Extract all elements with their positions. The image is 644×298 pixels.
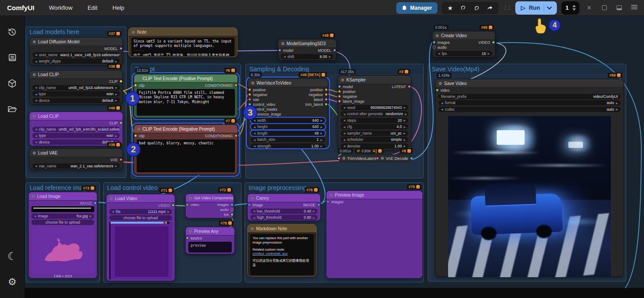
collapse-dot[interactable] <box>137 77 140 80</box>
collapse-dot[interactable] <box>32 195 35 198</box>
audio-output-port[interactable] <box>230 208 234 211</box>
collapse-dot[interactable] <box>251 197 254 200</box>
hook-icon-2[interactable] <box>471 3 483 13</box>
audio-input-port[interactable] <box>433 46 436 49</box>
node-wan-vace-to-video[interactable]: 6.30s #49 [BETA] WanVaceToVideo positive… <box>248 78 328 147</box>
collapse-dot[interactable] <box>33 151 36 155</box>
widget-unet-name[interactable]: unet_namewan2.1_vace_14B_fp16.safetensor… <box>32 52 120 58</box>
video-output-port[interactable] <box>492 41 495 44</box>
star-icon[interactable]: ★ <box>445 3 456 13</box>
widget-filename-prefix[interactable]: filename_prefixvideo/ComfyUI <box>438 94 621 99</box>
node-create-video[interactable]: 0.001s #68 Create Video imagesVIDEO audi… <box>432 31 495 58</box>
share-icon[interactable] <box>484 3 496 13</box>
positive-output-port[interactable] <box>325 88 328 91</box>
image-output-port[interactable] <box>410 157 413 160</box>
widget-format[interactable]: formatauto <box>438 100 621 105</box>
images-input-port[interactable] <box>433 41 436 44</box>
node-get-video-components[interactable]: #72 Get Video Components videoimages aud… <box>185 194 234 218</box>
widget-scheduler[interactable]: schedulersimple <box>341 137 408 142</box>
model-input-port[interactable] <box>278 49 281 52</box>
conditioning-output-port[interactable] <box>234 134 238 137</box>
widget-steps[interactable]: steps20 <box>341 118 408 123</box>
collapse-dot[interactable] <box>251 81 254 85</box>
model-library-icon[interactable] <box>4 74 21 93</box>
collapse-dot[interactable] <box>330 194 333 197</box>
node-load-image[interactable]: #73 Load Image IMAGE imagefox.jpg choose… <box>28 192 97 279</box>
node-load-clip[interactable]: #38 Load CLIP CLIP clip_nameumt5_xxl_fp1… <box>29 70 123 104</box>
run-dropdown-chevron-icon[interactable] <box>547 4 552 9</box>
negative-output-port[interactable] <box>325 93 328 96</box>
widget-control-after-generate[interactable]: control after generaterandomize <box>341 111 408 116</box>
menu-help[interactable]: Help <box>105 0 132 16</box>
collapse-dot[interactable] <box>132 31 135 34</box>
menu-edit[interactable]: Edit <box>80 0 105 16</box>
choose-file-button[interactable]: choose file to upload <box>31 220 94 225</box>
comfyui-logo[interactable]: ComfyUI <box>0 4 42 12</box>
collapse-dot[interactable] <box>33 115 36 118</box>
bottom-panel-icon[interactable] <box>614 4 625 12</box>
choose-file-button[interactable]: choose file to upload <box>109 215 172 221</box>
positive-input-port[interactable] <box>248 88 251 91</box>
model-input-port[interactable] <box>338 85 341 88</box>
clip-output-port[interactable] <box>119 121 123 124</box>
workflows-folder-icon[interactable] <box>4 99 21 119</box>
collapse-dot[interactable] <box>381 157 384 160</box>
widget-length[interactable]: length49 <box>251 131 325 136</box>
workflow-history-icon[interactable] <box>4 22 21 42</box>
source-input-port[interactable] <box>186 236 189 240</box>
widget-low-threshold[interactable]: low_threshold0.40 <box>250 209 318 214</box>
group-title[interactable]: Sampling & Decoding <box>246 64 423 74</box>
node-library-icon[interactable] <box>4 48 21 67</box>
node-vae-decode[interactable]: 3.93s #8 VAE Decode <box>377 155 412 162</box>
queue-increment-icon[interactable] <box>572 5 576 7</box>
collapse-dot[interactable] <box>439 82 442 85</box>
node-save-video[interactable]: 1.428s #69 Save Video video filename_pre… <box>435 79 624 277</box>
widget-vae-name[interactable]: vae_namewan_2.1_vae.safetensors <box>32 163 120 169</box>
image-input-port[interactable] <box>248 203 251 206</box>
widget-batch-size[interactable]: batch_size1 <box>251 137 325 142</box>
widget-strength[interactable]: strength1.00 <box>251 143 325 149</box>
hook-icon-1[interactable] <box>458 3 469 13</box>
markdown-body[interactable]: You can replace this part with another i… <box>250 234 314 275</box>
model-output-port[interactable] <box>119 47 123 50</box>
widget-cfg[interactable]: cfg4.0 <box>341 124 408 129</box>
widget-seed[interactable]: seed950999628674043 <box>341 105 408 110</box>
node-canny[interactable]: #76 Canny imageIMAGE low_threshold0.40 h… <box>247 194 321 221</box>
images-input-port[interactable] <box>326 200 330 203</box>
canvas-menu-icon[interactable] <box>629 4 640 12</box>
video-scrub-bar[interactable] <box>111 222 164 224</box>
note-text[interactable]: Since umt5 is a variant based on T5, the… <box>131 38 234 56</box>
widget-denoise[interactable]: denoise1.00 <box>341 143 408 149</box>
image-output-port[interactable] <box>94 201 97 205</box>
negative-input-port[interactable] <box>338 95 341 98</box>
widget-height[interactable]: height640 <box>251 124 325 129</box>
images-output-port[interactable] <box>230 203 234 206</box>
widget-type[interactable]: typewan <box>32 133 120 138</box>
widget-image[interactable]: imagefox.jpg <box>31 213 94 219</box>
samples-input-port[interactable] <box>337 157 341 160</box>
controlnet-aux-link[interactable]: comfyui_controlnet_aux <box>253 252 288 255</box>
menu-workflow[interactable]: Workflow <box>42 0 80 16</box>
run-button[interactable]: ▷ Run <box>515 1 557 15</box>
latent-output-port[interactable] <box>408 85 411 88</box>
collapse-dot[interactable] <box>137 128 140 131</box>
node-trim-video-latent[interactable]: 0.001s #58 [BETA] TrimVideoLatent <box>338 155 380 162</box>
collapse-dot[interactable] <box>189 230 192 233</box>
widget-high-threshold[interactable]: high_threshold0.80 <box>250 215 318 220</box>
vae-input-port[interactable] <box>376 157 379 160</box>
settings-gear-icon[interactable]: ⚙ <box>4 272 21 292</box>
node-note[interactable]: Note Since umt5 is a variant based on T5… <box>128 27 238 57</box>
node-load-clip-bypassed[interactable]: #46 Load CLIP CLIP clip_nameumt5_xxl_fp8… <box>29 112 123 146</box>
fps-output-port[interactable] <box>230 213 234 216</box>
node-load-vae[interactable]: #39 Load VAE VAE vae_namewan_2.1_vae.saf… <box>29 148 123 170</box>
conditioning-output-port[interactable] <box>234 84 238 87</box>
widget-codec[interactable]: codecauto <box>438 107 621 112</box>
positive-input-port[interactable] <box>338 90 341 93</box>
focus-mode-icon[interactable] <box>599 4 610 12</box>
widget-sampler-name[interactable]: sampler_nameuni_pc <box>341 131 408 136</box>
negative-input-port[interactable] <box>248 93 251 96</box>
manager-button[interactable]: Manager <box>396 2 437 14</box>
trim-latent-output-port[interactable] <box>325 103 328 106</box>
node-markdown-note[interactable]: Markdown Note You can replace this part … <box>247 224 317 277</box>
widget-clip-name[interactable]: clip_nameumt5_xxl_fp8_e4m3fn_scaled.safe… <box>32 127 120 132</box>
